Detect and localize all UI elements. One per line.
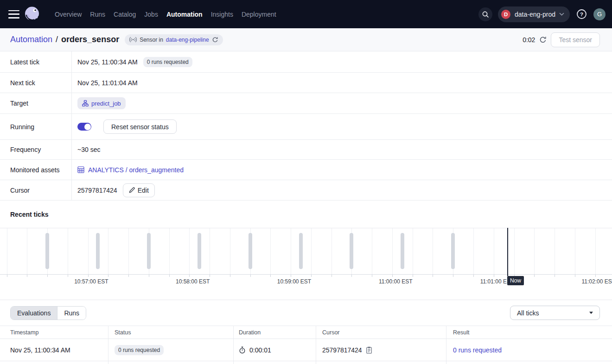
- frequency-row: Frequency ~30 sec: [0, 140, 612, 160]
- help-button[interactable]: ?: [576, 9, 587, 19]
- sensor-icon: [129, 37, 137, 43]
- code-location-link[interactable]: data-eng-pipeline: [166, 37, 209, 43]
- menu-icon[interactable]: [8, 10, 19, 19]
- stopwatch-icon: [239, 346, 246, 354]
- reload-location-icon[interactable]: [212, 37, 218, 43]
- chart-top-border: [0, 228, 612, 228]
- col-header-status: Status: [115, 326, 131, 339]
- chart-axis-tick: [7, 275, 7, 277]
- chart-axis-tick: [210, 275, 210, 277]
- chart-axis-tick: [453, 275, 453, 277]
- refresh-button[interactable]: [539, 36, 547, 44]
- test-sensor-button[interactable]: Test sensor: [551, 32, 600, 47]
- monitored-asset-name: ANALYTICS / orders_augmented: [88, 166, 184, 174]
- edit-button-label: Edit: [138, 187, 149, 194]
- dropdown-caret-icon: [589, 312, 593, 314]
- sensor-tick-bar[interactable]: [451, 233, 455, 269]
- chart-axis-tick: [311, 275, 312, 277]
- breadcrumb-automation-link[interactable]: Automation: [10, 35, 52, 44]
- chart-axis-tick: [372, 275, 372, 277]
- chart-axis-tick: [575, 275, 575, 277]
- nav-item-overview[interactable]: Overview: [55, 11, 82, 18]
- chart-axis-tick: [128, 275, 129, 277]
- target-job-name: predict_job: [91, 100, 121, 107]
- chart-gridline: [392, 228, 393, 274]
- edit-cursor-button[interactable]: Edit: [123, 183, 155, 197]
- next-tick-value: Nov 25, 11:01:04 AM: [77, 79, 138, 87]
- deployment-switcher[interactable]: D data-eng-prod: [498, 6, 570, 22]
- tab-runs[interactable]: Runs: [57, 307, 86, 320]
- chart-gridline: [270, 228, 271, 274]
- nav-item-deployment[interactable]: Deployment: [242, 11, 276, 18]
- nav-item-insights[interactable]: Insights: [211, 11, 233, 18]
- tick-filter-select[interactable]: All ticks: [510, 306, 600, 320]
- deployment-avatar: D: [501, 10, 510, 19]
- chart-axis-tick: [169, 275, 170, 277]
- pencil-icon: [129, 187, 135, 193]
- sensor-tick-bar[interactable]: [45, 233, 49, 269]
- cell-duration: 0:00:01: [249, 346, 271, 354]
- nav-item-catalog[interactable]: Catalog: [114, 11, 136, 18]
- next-tick-label: Next tick: [0, 73, 72, 93]
- latest-tick-value: Nov 25, 11:00:34 AM: [77, 58, 138, 66]
- chart-axis-tick: [555, 275, 555, 277]
- deployment-name: data-eng-prod: [515, 11, 555, 18]
- cell-result-link[interactable]: 0 runs requested: [453, 346, 502, 354]
- dagster-logo-icon[interactable]: [23, 5, 41, 24]
- chart-axis-tick: [433, 275, 433, 277]
- nav-item-automation[interactable]: Automation: [166, 11, 203, 18]
- sensor-tick-bar[interactable]: [401, 233, 404, 269]
- col-header-result: Result: [453, 326, 469, 339]
- chart-axis-tick: [270, 275, 271, 277]
- page-header: Automation / orders_sensor Sensor in dat…: [0, 28, 612, 51]
- chart-axis-tick: [68, 275, 68, 277]
- chart-axis-tick: [494, 275, 494, 277]
- header-actions: 0:02 Test sensor: [523, 32, 600, 47]
- cursor-label: Cursor: [0, 180, 72, 200]
- sensor-tick-bar[interactable]: [299, 233, 303, 269]
- chart-gridline: [494, 228, 494, 274]
- chevron-down-icon: [559, 13, 564, 16]
- nav-item-jobs[interactable]: Jobs: [144, 11, 158, 18]
- tab-evaluations[interactable]: Evaluations: [11, 307, 57, 320]
- svg-text:?: ?: [580, 12, 583, 17]
- chart-axis-tick: [108, 275, 108, 277]
- reset-sensor-status-button[interactable]: Reset sensor status: [103, 119, 177, 134]
- running-toggle[interactable]: [77, 123, 91, 131]
- refresh-icon: [539, 36, 547, 44]
- chart-axis-tick: [413, 275, 413, 277]
- chart-gridline: [575, 228, 575, 274]
- chart-axis-tick: [291, 275, 291, 277]
- nav-item-runs[interactable]: Runs: [90, 11, 105, 18]
- clipboard-copy-icon[interactable]: [366, 346, 372, 354]
- search-button[interactable]: [478, 7, 492, 21]
- chart-axis-tick: [149, 275, 149, 277]
- breadcrumb-separator: /: [56, 35, 58, 44]
- chart-axis-tick: [473, 275, 474, 277]
- cursor-value: 25797817424: [77, 187, 117, 194]
- sensor-tick-bar[interactable]: [96, 233, 100, 269]
- monitored-assets-label: Monitored assets: [0, 160, 72, 180]
- chart-gridline: [169, 228, 170, 274]
- chart-gridline: [433, 228, 433, 274]
- frequency-label: Frequency: [0, 140, 72, 159]
- sensor-tick-bar[interactable]: [350, 233, 353, 269]
- cell-status-badge: 0 runs requested: [115, 345, 164, 355]
- col-header-timestamp: Timestamp: [10, 326, 38, 339]
- sensor-tick-bar[interactable]: [198, 233, 201, 269]
- sensor-location-badge: Sensor in data-eng-pipeline: [125, 34, 223, 45]
- cursor-row: Cursor 25797817424 Edit: [0, 180, 612, 201]
- chart-axis-line: [0, 274, 612, 275]
- sensor-tick-bar[interactable]: [147, 233, 151, 269]
- user-avatar[interactable]: G: [593, 8, 606, 20]
- chart-gridline: [534, 228, 535, 274]
- monitored-asset-link[interactable]: ANALYTICS / orders_augmented: [77, 166, 184, 174]
- sensor-tick-bar[interactable]: [249, 233, 252, 269]
- cell-cursor: 25797817424: [322, 346, 362, 354]
- toggle-knob: [84, 124, 91, 130]
- target-job-link[interactable]: predict_job: [77, 97, 126, 109]
- recent-ticks-heading: Recent ticks: [0, 201, 612, 228]
- cell-timestamp: Nov 25, 11:00:34 AM: [10, 339, 70, 361]
- chart-gridline: [27, 228, 27, 274]
- chart-gridline: [230, 228, 230, 274]
